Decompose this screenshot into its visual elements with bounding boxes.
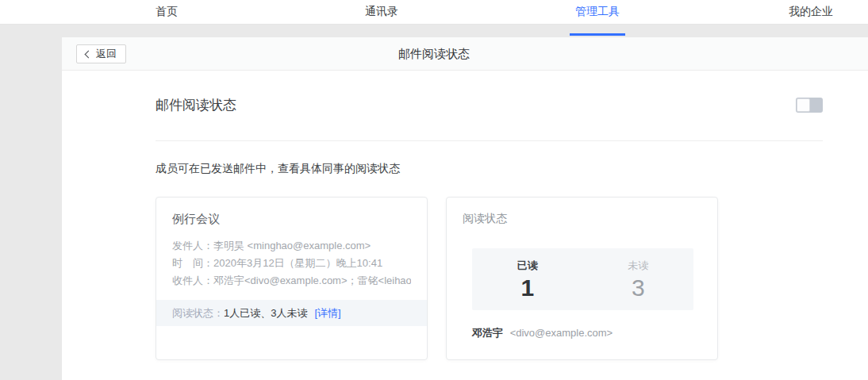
stat-read-label: 已读: [472, 259, 583, 273]
mail-field-value: 2020年3月12日（星期二）晚上10:41: [213, 257, 382, 269]
mail-field-time: 时 间：2020年3月12日（星期二）晚上10:41: [172, 255, 411, 272]
details-link[interactable]: [详情]: [314, 306, 340, 321]
stats-panel: 已读 1 未读 3: [472, 248, 693, 310]
setting-title: 邮件阅读状态: [156, 96, 236, 114]
preview-cards: 例行会议 发件人：李明昊 <minghao@example.com> 时 间：2…: [156, 197, 823, 360]
page-header: 返回 邮件阅读状态: [62, 37, 868, 71]
mail-field-sender: 发件人：李明昊 <minghao@example.com>: [172, 237, 411, 255]
mail-field-label: 收件人：: [172, 274, 213, 286]
reader-email: <divo@example.com>: [510, 327, 613, 339]
main-panel: 返回 邮件阅读状态 邮件阅读状态 成员可在已发送邮件中，查看具体同事的阅读状态 …: [62, 37, 868, 380]
status-card-title: 阅读状态: [463, 212, 701, 226]
mail-read-status-row: 阅读状态： 1人已读、3人未读 [详情]: [156, 300, 427, 326]
divider: [156, 140, 823, 141]
page-content: 邮件阅读状态 成员可在已发送邮件中，查看具体同事的阅读状态 例行会议 发件人：李…: [62, 96, 868, 360]
read-status-value: 1人已读、3人未读: [224, 306, 307, 321]
stat-read: 已读 1: [472, 248, 583, 310]
mail-preview-card: 例行会议 发件人：李明昊 <minghao@example.com> 时 间：2…: [156, 197, 428, 360]
nav-tab-contacts[interactable]: 通讯录: [365, 4, 398, 18]
read-status-toggle[interactable]: [796, 98, 823, 113]
setting-row: 邮件阅读状态: [156, 96, 823, 114]
page-title: 邮件阅读状态: [398, 37, 470, 71]
mail-field-value: 邓浩宇<divo@example.com>；雷铭<leihao@e...: [213, 274, 411, 286]
setting-description: 成员可在已发送邮件中，查看具体同事的阅读状态: [156, 162, 823, 176]
mail-field-label: 发件人：: [172, 240, 213, 251]
toggle-knob: [797, 98, 810, 112]
back-button[interactable]: 返回: [76, 44, 126, 63]
stat-unread-count: 3: [583, 275, 694, 301]
nav-tab-my-company[interactable]: 我的企业: [789, 4, 833, 18]
stat-unread-label: 未读: [583, 259, 694, 273]
chevron-left-icon: [85, 51, 93, 59]
stat-unread: 未读 3: [583, 248, 694, 310]
nav-tab-home[interactable]: 首页: [156, 4, 178, 18]
read-status-card: 阅读状态 已读 1 未读 3 邓浩宇 <divo@example.com>: [446, 197, 718, 360]
top-nav: 首页 通讯录 管理工具 我的企业: [0, 0, 868, 25]
stat-read-count: 1: [472, 275, 583, 301]
mail-field-recipients: 收件人：邓浩宇<divo@example.com>；雷铭<leihao@e...: [172, 272, 411, 290]
back-button-label: 返回: [96, 47, 117, 61]
reader-name: 邓浩宇: [472, 327, 503, 339]
read-status-label: 阅读状态：: [172, 306, 224, 321]
nav-tab-admin-tools[interactable]: 管理工具: [575, 4, 620, 18]
reader-entry: 邓浩宇 <divo@example.com>: [472, 326, 693, 340]
mail-field-value: 李明昊 <minghao@example.com>: [213, 240, 371, 251]
mail-field-label: 时 间：: [172, 257, 213, 269]
mail-subject: 例行会议: [156, 212, 427, 227]
mail-fields: 发件人：李明昊 <minghao@example.com> 时 间：2020年3…: [156, 237, 427, 290]
